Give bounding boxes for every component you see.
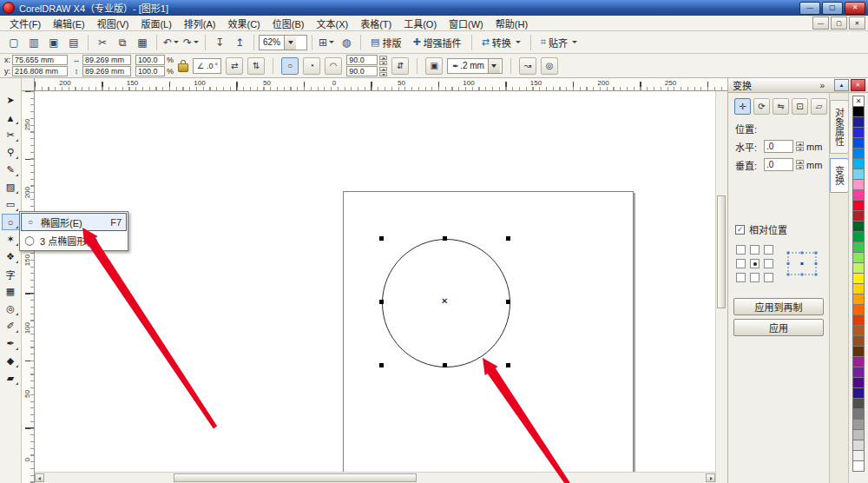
layout-button[interactable]: ▤排版	[365, 34, 406, 51]
arc-end-spinner[interactable]	[379, 67, 387, 76]
mirror-horizontal-button[interactable]: ⇄	[226, 57, 243, 75]
outline-pen-tool[interactable]: ✒	[2, 335, 20, 352]
menu-item-4[interactable]: 版面(L)	[135, 15, 177, 32]
size-tab[interactable]: ⊡	[792, 98, 808, 115]
menu-item-10[interactable]: 工具(O)	[398, 15, 443, 32]
plugins-button[interactable]: ✚增强插件	[407, 34, 466, 51]
rotate-tab[interactable]: ⟳	[753, 98, 770, 115]
x-position-field[interactable]: 75.655 mm	[12, 55, 68, 65]
polygon-tool[interactable]: ✶	[2, 231, 20, 248]
table-tool[interactable]: ▦	[2, 283, 20, 300]
docker-tab-transform[interactable]: 变换	[830, 158, 849, 193]
rectangle-tool[interactable]: ▭	[2, 196, 20, 213]
scale-h-field[interactable]: 100.0	[135, 55, 165, 65]
corel-online-button[interactable]: ◍	[337, 33, 356, 52]
anchor-checkbox-3[interactable]	[764, 245, 773, 255]
maximize-button[interactable]: ▢	[822, 2, 843, 15]
copy-button[interactable]: ⧉	[113, 33, 132, 52]
selection-handle[interactable]	[379, 300, 384, 304]
menu-item-3[interactable]: 视图(V)	[91, 15, 135, 32]
undo-button[interactable]: ↶	[161, 33, 181, 52]
width-field[interactable]: 89.269 mm	[82, 55, 131, 65]
menu-item-5[interactable]: 排列(A)	[178, 15, 222, 32]
zoom-tool[interactable]: ⚲	[2, 144, 20, 161]
export-button[interactable]: ↥	[230, 33, 249, 52]
cut-button[interactable]: ✂	[93, 33, 112, 52]
selection-handle[interactable]	[379, 363, 384, 367]
anchor-checkbox-1[interactable]	[736, 245, 746, 255]
pie-mode-button[interactable]: ◔	[303, 57, 320, 75]
pick-tool[interactable]: ➤	[2, 92, 20, 109]
relative-position-checkbox[interactable]: ✓	[735, 225, 745, 235]
docker-tab-object-properties[interactable]: 对象属性	[830, 100, 849, 154]
swap-arc-direction-button[interactable]: ⇵	[391, 57, 409, 75]
arc-start-field[interactable]: 90.0	[346, 55, 378, 65]
menu-item-1[interactable]: 文件(F)	[3, 15, 47, 32]
arc-start-spinner[interactable]	[379, 56, 387, 65]
shape-tool[interactable]: ▲	[2, 109, 20, 126]
convert-button[interactable]: ⇄转换	[477, 34, 526, 51]
interactive-fill-tool[interactable]: ▰	[2, 370, 20, 387]
eyedropper-tool[interactable]: ✐	[2, 318, 20, 334]
dropdown-arrow-icon[interactable]	[284, 36, 296, 50]
anchor-checkbox-6[interactable]	[764, 259, 773, 268]
import-button[interactable]: ↧	[210, 33, 229, 52]
horizontal-input[interactable]: .0	[764, 140, 793, 153]
anchor-checkbox-5[interactable]	[750, 259, 760, 268]
anchor-checkbox-7[interactable]	[736, 273, 746, 282]
close-document-button[interactable]: ✕	[849, 17, 865, 30]
object-properties-button[interactable]: ◎	[541, 57, 558, 75]
menu-item-9[interactable]: 表格(T)	[354, 15, 398, 32]
selection-handle[interactable]	[506, 363, 510, 367]
anchor-checkbox-4[interactable]	[736, 259, 746, 268]
basic-shapes-tool[interactable]: ❖	[2, 248, 20, 265]
open-button[interactable]: ▥	[24, 33, 43, 52]
vertical-scrollbar[interactable]	[715, 91, 727, 483]
ellipse-mode-button[interactable]: ○	[281, 57, 299, 75]
print-button[interactable]: ▤	[64, 33, 83, 52]
vertical-ruler[interactable]: 250200150100500	[22, 91, 35, 483]
docker-chevron-icon[interactable]: »	[819, 81, 825, 90]
ruler-origin-button[interactable]	[22, 78, 35, 91]
ellipse-tool[interactable]: ○	[2, 214, 20, 230]
apply-button[interactable]: 应用	[733, 319, 824, 336]
scale-mirror-tab[interactable]: ⇋	[773, 98, 789, 115]
horizontal-ruler[interactable]: 20015010050050100150200250300	[35, 78, 727, 91]
arc-mode-button[interactable]: ◠	[325, 57, 342, 75]
scroll-left-icon[interactable]	[35, 473, 44, 482]
selection-handle[interactable]	[506, 236, 510, 241]
selection-handle[interactable]	[443, 236, 447, 241]
docker-rollup-button[interactable]: ▴	[834, 79, 849, 91]
outline-width-combobox[interactable]: ✒ .2 mm	[447, 58, 503, 74]
drawing-canvas[interactable]: ✕	[35, 91, 715, 483]
flyout-item-1[interactable]: ○椭圆形(E)F7	[21, 213, 127, 231]
smart-fill-tool[interactable]: ▨	[2, 179, 20, 195]
anchor-checkbox-8[interactable]	[750, 273, 760, 282]
restore-document-button[interactable]: ▢	[831, 17, 847, 30]
height-field[interactable]: 89.269 mm	[82, 66, 131, 76]
close-button[interactable]: ✕	[845, 2, 865, 15]
zoom-level-combobox[interactable]: 62%	[259, 35, 307, 50]
menu-item-6[interactable]: 效果(C)	[222, 15, 266, 32]
vertical-spinner[interactable]	[796, 160, 804, 169]
flyout-item-2[interactable]: ◯3 点椭圆形(3)	[21, 231, 127, 249]
redo-button[interactable]: ↷	[181, 33, 201, 52]
rotation-field[interactable]: ∠ .0 °	[193, 58, 221, 74]
menu-item-12[interactable]: 帮助(H)	[490, 15, 534, 32]
menu-item-11[interactable]: 窗口(W)	[443, 15, 490, 32]
new-document-button[interactable]: ▢	[4, 33, 23, 52]
paste-button[interactable]: ▦	[133, 33, 152, 52]
crop-tool[interactable]: ✂	[2, 127, 20, 143]
docker-close-button[interactable]: ✕	[851, 79, 865, 91]
anchor-checkbox-2[interactable]	[750, 245, 760, 255]
fill-tool[interactable]: ◆	[2, 353, 20, 369]
arc-end-field[interactable]: 90.0	[346, 66, 378, 76]
convert-to-curves-button[interactable]: ↝	[519, 57, 536, 75]
scrollbar-thumb[interactable]	[174, 473, 417, 482]
dropdown-arrow-icon[interactable]	[488, 59, 500, 73]
scroll-right-icon[interactable]	[706, 473, 715, 482]
lock-ratio-button[interactable]	[178, 63, 188, 72]
freehand-tool[interactable]: ✎	[2, 162, 20, 178]
horizontal-spinner[interactable]	[796, 142, 804, 151]
menu-item-2[interactable]: 编辑(E)	[47, 15, 91, 32]
